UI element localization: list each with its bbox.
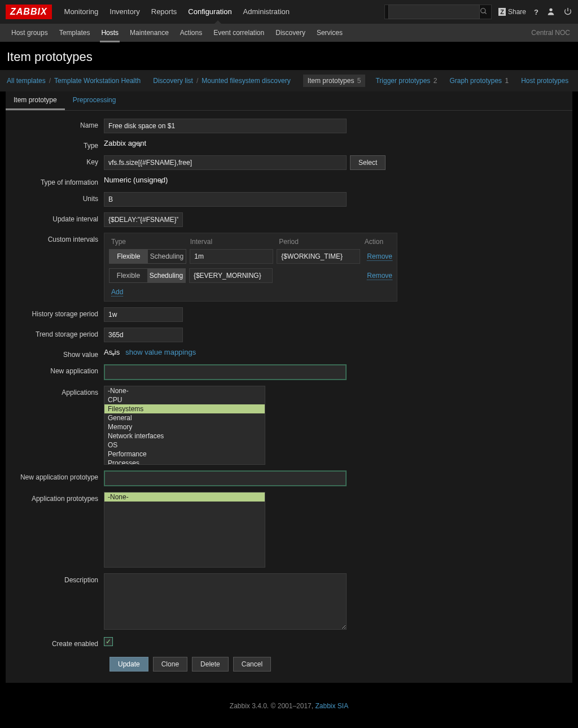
ci-row: Flexible Scheduling Remove — [109, 249, 392, 264]
subnav-templates[interactable]: Templates — [54, 24, 96, 42]
crumb-discovery-list[interactable]: Discovery list — [153, 77, 193, 85]
delete-button[interactable]: Delete — [192, 657, 229, 672]
list-item[interactable]: -None- — [104, 492, 265, 502]
list-item[interactable]: CPU — [104, 395, 265, 404]
list-item[interactable]: Network interfaces — [104, 431, 265, 441]
svg-point-0 — [481, 8, 485, 12]
subnav-eventcorrelation[interactable]: Event correlation — [208, 24, 270, 42]
crumb-all-templates[interactable]: All templates — [7, 77, 46, 85]
tab-item-prototype[interactable]: Item prototype — [6, 91, 65, 110]
ci-hdr-interval: Interval — [190, 238, 279, 246]
type-of-info-select[interactable]: Numeric (unsigned) — [104, 176, 168, 184]
list-item[interactable]: Memory — [104, 422, 265, 431]
nav-reports[interactable]: Reports — [146, 0, 183, 24]
key-select-button[interactable]: Select — [350, 155, 386, 170]
search-icon[interactable] — [480, 7, 488, 17]
ci-type-toggle-2[interactable]: Flexible Scheduling — [109, 268, 186, 283]
show-value-select[interactable]: As is — [104, 348, 120, 356]
new-application-field[interactable] — [104, 364, 347, 380]
label-key: Key — [14, 155, 104, 166]
custom-intervals-table: Type Interval Period Action Flexible Sch… — [104, 233, 397, 302]
label-new-app-proto: New application prototype — [14, 470, 104, 481]
svg-point-2 — [549, 8, 552, 11]
server-name: Central NOC — [531, 29, 572, 37]
type-select[interactable]: Zabbix agent — [104, 139, 146, 147]
search-input[interactable] — [388, 5, 480, 19]
search-box[interactable] — [384, 5, 492, 19]
label-applications: Applications — [14, 386, 104, 396]
label-new-app: New application — [14, 364, 104, 375]
label-show-value: Show value — [14, 348, 104, 359]
application-prototypes-list[interactable]: -None- — [104, 492, 265, 568]
ci-hdr-action: Action — [365, 238, 392, 246]
ci-hdr-period: Period — [279, 238, 365, 246]
subnav-discovery[interactable]: Discovery — [270, 24, 311, 42]
history-field[interactable] — [104, 307, 183, 322]
form: Name Type Zabbix agent Key Select Type o… — [6, 111, 572, 683]
label-custom-intervals: Custom intervals — [14, 233, 104, 243]
update-interval-field[interactable] — [104, 212, 183, 227]
logo[interactable]: ZABBIX — [6, 5, 52, 19]
user-icon[interactable] — [546, 7, 555, 18]
footer: Zabbix 3.4.0. © 2001–2017, Zabbix SIA — [0, 688, 578, 727]
ci-hdr-type: Type — [109, 238, 190, 246]
show-value-mappings-link[interactable]: show value mappings — [125, 348, 196, 356]
ci-period-1[interactable] — [277, 249, 360, 264]
label-name: Name — [14, 119, 104, 129]
footer-link[interactable]: Zabbix SIA — [315, 702, 348, 710]
update-button[interactable]: Update — [110, 657, 148, 672]
subnav-maintenance[interactable]: Maintenance — [124, 24, 174, 42]
crumb-item-prototypes[interactable]: Item prototypes 5 — [303, 75, 366, 87]
list-item[interactable]: Filesystems — [104, 404, 265, 413]
list-item[interactable]: General — [104, 413, 265, 422]
create-enabled-checkbox[interactable]: ✓ — [104, 637, 113, 646]
ci-interval-1[interactable] — [190, 249, 273, 264]
label-description: Description — [14, 573, 104, 584]
nav-monitoring[interactable]: Monitoring — [59, 0, 104, 24]
ci-remove-1[interactable]: Remove — [367, 252, 392, 261]
cancel-button[interactable]: Cancel — [233, 657, 271, 672]
zabbix-badge-icon: Z — [498, 8, 506, 16]
applications-list[interactable]: -None-CPUFilesystemsGeneralMemoryNetwork… — [104, 386, 265, 465]
crumb-trigger-prototypes[interactable]: Trigger prototypes 2 — [375, 77, 437, 85]
nav-configuration[interactable]: Configuration — [182, 0, 237, 24]
page-title: Item prototypes — [0, 42, 578, 70]
name-field[interactable] — [104, 119, 347, 133]
units-field[interactable] — [104, 192, 347, 207]
subnav-actions[interactable]: Actions — [174, 24, 208, 42]
top-nav: ZABBIX Monitoring Inventory Reports Conf… — [0, 0, 578, 24]
new-application-prototype-field[interactable] — [104, 470, 347, 486]
label-trend: Trend storage period — [14, 328, 104, 338]
clone-button[interactable]: Clone — [153, 657, 187, 672]
crumb-template[interactable]: Template Workstation Health — [54, 77, 141, 85]
list-item[interactable]: OS — [104, 441, 265, 450]
ci-add-button[interactable]: Add — [111, 288, 123, 297]
description-field[interactable] — [104, 573, 347, 630]
share-button[interactable]: Z Share — [498, 8, 526, 16]
ci-row: Flexible Scheduling Remove — [109, 268, 392, 283]
ci-remove-2[interactable]: Remove — [367, 272, 392, 280]
subnav-hostgroups[interactable]: Host groups — [6, 24, 54, 42]
ci-interval-2[interactable] — [189, 268, 273, 283]
breadcrumb: All templates / Template Workstation Hea… — [0, 70, 578, 91]
label-history: History storage period — [14, 307, 104, 318]
crumb-host-prototypes[interactable]: Host prototypes — [521, 77, 568, 85]
subnav-services[interactable]: Services — [311, 24, 348, 42]
ci-type-toggle-1[interactable]: Flexible Scheduling — [109, 249, 186, 264]
list-item[interactable]: Processes — [104, 459, 265, 465]
subnav-hosts[interactable]: Hosts — [95, 24, 124, 42]
trend-field[interactable] — [104, 328, 183, 342]
list-item[interactable]: Performance — [104, 450, 265, 459]
svg-line-1 — [485, 12, 487, 14]
label-app-protos: Application prototypes — [14, 492, 104, 503]
help-icon[interactable]: ? — [534, 8, 538, 16]
power-icon[interactable] — [563, 7, 572, 18]
nav-inventory[interactable]: Inventory — [104, 0, 145, 24]
nav-administration[interactable]: Administration — [238, 0, 295, 24]
key-field[interactable] — [104, 155, 347, 170]
tab-preprocessing[interactable]: Preprocessing — [65, 91, 124, 110]
list-item[interactable]: -None- — [104, 386, 265, 395]
crumb-discovery-rule[interactable]: Mounted filesystem discovery — [202, 77, 290, 85]
label-type: Type — [14, 139, 104, 150]
crumb-graph-prototypes[interactable]: Graph prototypes 1 — [449, 77, 509, 85]
